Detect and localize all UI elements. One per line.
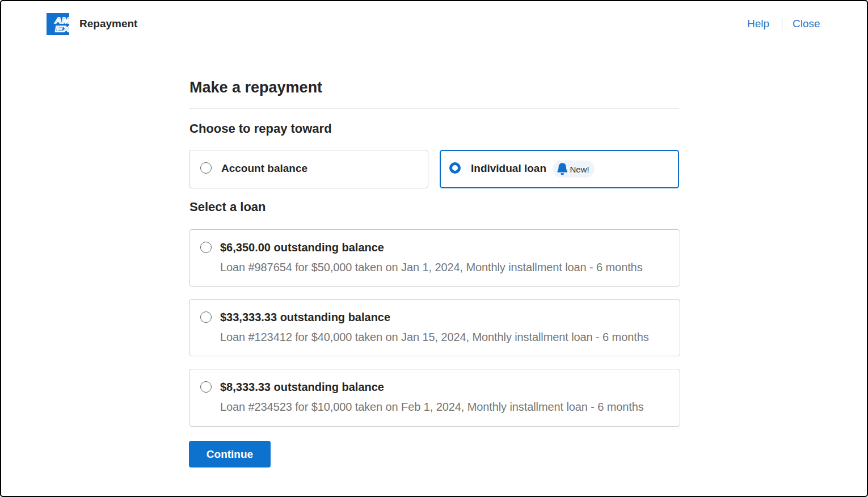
svg-text:AM: AM xyxy=(54,16,69,26)
svg-text:EX: EX xyxy=(54,24,69,33)
